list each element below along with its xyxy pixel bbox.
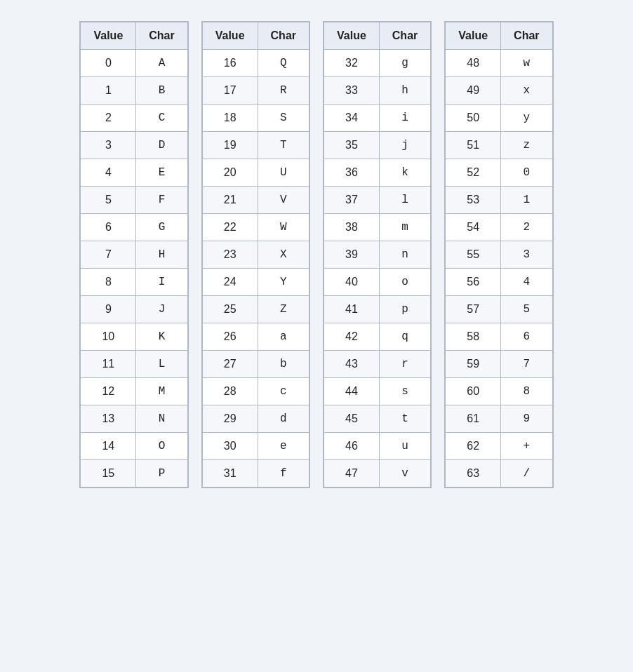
value-cell: 61 bbox=[446, 405, 501, 433]
char-cell: X bbox=[258, 241, 309, 269]
char-cell: I bbox=[136, 269, 187, 296]
table-row: 62+ bbox=[446, 433, 552, 460]
value-cell: 12 bbox=[81, 378, 136, 405]
table-row: 45t bbox=[324, 405, 431, 433]
value-cell: 62 bbox=[446, 433, 501, 460]
char-cell: z bbox=[501, 132, 552, 159]
value-cell: 5 bbox=[81, 187, 136, 214]
table-row: 51z bbox=[446, 132, 552, 159]
char-cell: d bbox=[258, 405, 309, 433]
table-row: 21V bbox=[202, 187, 309, 214]
table-row: 13N bbox=[81, 405, 187, 433]
table-row: 63/ bbox=[446, 460, 552, 488]
table-row: 564 bbox=[446, 269, 552, 296]
table-row: 3D bbox=[81, 132, 187, 159]
char-cell: s bbox=[379, 378, 430, 405]
char-cell: g bbox=[379, 50, 430, 77]
char-header: Char bbox=[379, 22, 430, 50]
char-cell: h bbox=[379, 77, 430, 105]
value-cell: 13 bbox=[81, 405, 136, 433]
value-header: Value bbox=[202, 22, 258, 50]
table-row: 39n bbox=[324, 241, 431, 269]
char-cell: 7 bbox=[501, 351, 552, 378]
value-cell: 51 bbox=[446, 132, 501, 159]
table-row: 16Q bbox=[202, 50, 309, 77]
table-row: 10K bbox=[81, 323, 187, 351]
char-cell: D bbox=[136, 132, 187, 159]
table-row: 6G bbox=[81, 214, 187, 241]
table-row: 31f bbox=[202, 460, 309, 488]
value-cell: 41 bbox=[324, 296, 380, 323]
table-row: 22W bbox=[202, 214, 309, 241]
value-cell: 26 bbox=[202, 323, 258, 351]
char-cell: j bbox=[379, 132, 430, 159]
value-cell: 10 bbox=[81, 323, 136, 351]
table-row: 8I bbox=[81, 269, 187, 296]
table-row: 44s bbox=[324, 378, 431, 405]
char-cell: q bbox=[379, 323, 430, 351]
char-cell: Z bbox=[258, 296, 309, 323]
table-row: 14O bbox=[81, 433, 187, 460]
table-row: 5F bbox=[81, 187, 187, 214]
char-cell: 9 bbox=[501, 405, 552, 433]
value-cell: 23 bbox=[202, 241, 258, 269]
value-cell: 39 bbox=[324, 241, 380, 269]
table-row: 9J bbox=[81, 296, 187, 323]
table-row: 42q bbox=[324, 323, 431, 351]
value-cell: 35 bbox=[324, 132, 380, 159]
table-row: 29d bbox=[202, 405, 309, 433]
table-row: 619 bbox=[446, 405, 552, 433]
char-cell: r bbox=[379, 351, 430, 378]
char-cell: W bbox=[258, 214, 309, 241]
char-cell: y bbox=[501, 105, 552, 132]
char-cell: o bbox=[379, 269, 430, 296]
value-cell: 56 bbox=[446, 269, 501, 296]
char-cell: V bbox=[258, 187, 309, 214]
char-cell: C bbox=[136, 105, 187, 132]
char-cell: H bbox=[136, 241, 187, 269]
char-cell: p bbox=[379, 296, 430, 323]
value-cell: 37 bbox=[324, 187, 380, 214]
char-cell: 1 bbox=[501, 187, 552, 214]
char-cell: i bbox=[379, 105, 430, 132]
value-cell: 45 bbox=[324, 405, 380, 433]
char-cell: 4 bbox=[501, 269, 552, 296]
value-cell: 6 bbox=[81, 214, 136, 241]
value-cell: 38 bbox=[324, 214, 380, 241]
table-row: 28c bbox=[202, 378, 309, 405]
value-cell: 25 bbox=[202, 296, 258, 323]
table-row: 46u bbox=[324, 433, 431, 460]
table-row: 0A bbox=[81, 50, 187, 77]
table-4: ValueChar48w49x50y51z5205315425535645755… bbox=[445, 22, 552, 488]
value-cell: 63 bbox=[446, 460, 501, 488]
value-cell: 59 bbox=[446, 351, 501, 378]
table-row: 43r bbox=[324, 351, 431, 378]
table-row: 23X bbox=[202, 241, 309, 269]
table-row: 531 bbox=[446, 187, 552, 214]
char-cell: x bbox=[501, 77, 552, 105]
table-row: 18S bbox=[202, 105, 309, 132]
char-cell: t bbox=[379, 405, 430, 433]
value-cell: 22 bbox=[202, 214, 258, 241]
char-cell: a bbox=[258, 323, 309, 351]
table-wrapper-2: ValueChar16Q17R18S19T20U21V22W23X24Y25Z2… bbox=[201, 21, 310, 488]
value-cell: 58 bbox=[446, 323, 501, 351]
value-header: Value bbox=[324, 22, 380, 50]
table-row: 47v bbox=[324, 460, 431, 488]
table-row: 12M bbox=[81, 378, 187, 405]
table-row: 37l bbox=[324, 187, 431, 214]
char-cell: / bbox=[501, 460, 552, 488]
char-header: Char bbox=[136, 22, 187, 50]
table-row: 38m bbox=[324, 214, 431, 241]
table-row: 32g bbox=[324, 50, 431, 77]
char-cell: E bbox=[136, 159, 187, 187]
char-cell: P bbox=[136, 460, 187, 488]
table-row: 40o bbox=[324, 269, 431, 296]
char-cell: L bbox=[136, 351, 187, 378]
char-cell: N bbox=[136, 405, 187, 433]
value-cell: 36 bbox=[324, 159, 380, 187]
table-row: 35j bbox=[324, 132, 431, 159]
value-cell: 27 bbox=[202, 351, 258, 378]
table-row: 41p bbox=[324, 296, 431, 323]
char-cell: M bbox=[136, 378, 187, 405]
